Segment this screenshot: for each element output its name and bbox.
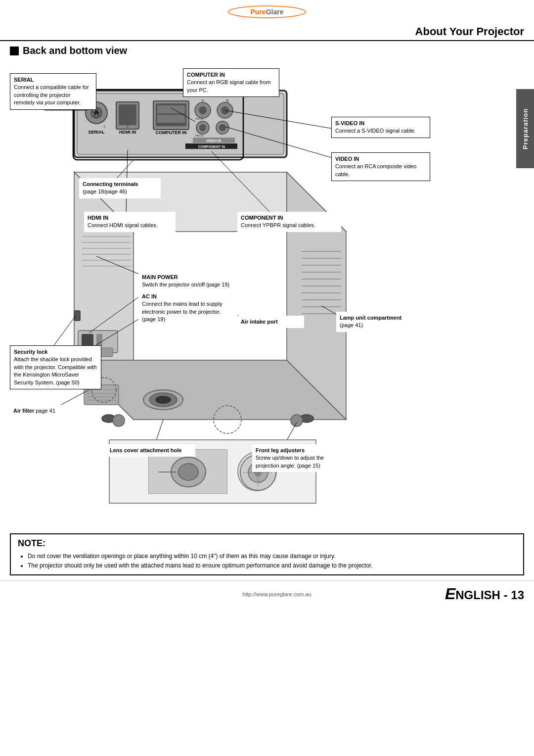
svg-rect-15 bbox=[119, 104, 136, 125]
callout-lens-title: Lens cover attachment hole bbox=[110, 447, 192, 454]
note-section: NOTE: Do not cover the ventilation openi… bbox=[10, 533, 524, 575]
section-title: Back and bottom view bbox=[10, 45, 514, 56]
svg-text:Pb/Cb: Pb/Cb bbox=[195, 117, 204, 120]
callout-air-filter: Air filter page 41 bbox=[10, 405, 74, 417]
callout-mp-title: MAIN POWER bbox=[142, 274, 234, 281]
callout-main-power: MAIN POWER Switch the projector on/off (… bbox=[138, 271, 237, 326]
callout-sec-title: Security lock bbox=[14, 348, 97, 356]
svg-text:2: 2 bbox=[127, 124, 129, 129]
callout-video-body: Connect an RCA composite video cable. bbox=[335, 163, 426, 178]
svg-rect-21 bbox=[157, 115, 185, 123]
svg-text:SERIAL: SERIAL bbox=[88, 130, 105, 135]
callout-ct-title: Connecting terminals bbox=[83, 181, 157, 188]
note-item-2: The projector should only be used with t… bbox=[28, 561, 516, 570]
callout-svideo-title: S-VIDEO IN bbox=[335, 120, 426, 127]
callout-leg-body: Screw up/down to adjust the projection a… bbox=[256, 454, 348, 470]
svg-rect-67 bbox=[82, 334, 93, 346]
callout-svideo-in: S-VIDEO IN Connect a S-VIDEO signal cabl… bbox=[331, 117, 430, 138]
svg-text:HDMI IN: HDMI IN bbox=[119, 130, 136, 135]
svg-point-32 bbox=[219, 124, 226, 131]
callout-component-body: Connect YPBPR signal cables. bbox=[241, 222, 338, 229]
svg-text:Y: Y bbox=[201, 98, 204, 103]
footer-url: http://www.pureglare.com.au bbox=[242, 591, 311, 597]
callout-serial-title: SERIAL bbox=[14, 76, 92, 84]
callout-video-title: VIDEO IN bbox=[335, 155, 426, 163]
note-item-1: Do not cover the ventilation openings or… bbox=[28, 552, 516, 561]
callout-acin-title: AC IN bbox=[142, 293, 234, 300]
svg-text:COMPUTER IN: COMPUTER IN bbox=[156, 130, 187, 135]
main-content: SERIAL 1 HDMI IN 2 COMPUTER IN Y S bbox=[10, 63, 509, 528]
svg-text:1: 1 bbox=[103, 124, 106, 129]
callout-lens-cover: Lens cover attachment hole bbox=[106, 444, 195, 457]
footer: http://www.pureglare.com.au ENGLISH - 13 bbox=[0, 580, 534, 607]
callout-front-leg: Front leg adjusters Screw up/down to adj… bbox=[252, 444, 351, 472]
svg-point-98 bbox=[178, 464, 198, 480]
callout-security-lock: Security lock Attach the shackle lock pr… bbox=[10, 345, 101, 389]
page-title: About Your Projector bbox=[0, 22, 534, 41]
callout-hdmi-in: HDMI IN Connect HDMI signal cables. bbox=[84, 212, 176, 232]
callout-lamp-title: Lamp unit compartment bbox=[340, 314, 427, 322]
callout-svideo-body: Connect a S-VIDEO signal cable. bbox=[335, 127, 426, 135]
callout-serial: SERIAL Connect a compatible cable for co… bbox=[10, 73, 96, 110]
callout-computer-in: COMPUTER IN Connect an RGB signal cable … bbox=[183, 68, 279, 97]
svg-point-63 bbox=[155, 396, 171, 404]
svg-point-78 bbox=[113, 415, 125, 426]
header-logo: PureGlare bbox=[0, 0, 534, 22]
svg-point-8 bbox=[98, 110, 100, 112]
callout-video-in: VIDEO IN Connect an RCA composite video … bbox=[331, 152, 430, 181]
svg-point-10 bbox=[96, 114, 97, 116]
pureglare-logo: PureGlare bbox=[227, 5, 307, 19]
callout-hdmi-body: Connect HDMI signal cables. bbox=[88, 222, 172, 229]
callout-air-intake: Air intake port bbox=[237, 316, 304, 328]
callout-air-intake-title: Air intake port bbox=[241, 319, 278, 325]
section-title-icon bbox=[10, 47, 19, 55]
svg-point-24 bbox=[199, 106, 207, 114]
callout-computer-in-body: Connect an RGB signal cable from your PC… bbox=[187, 79, 275, 94]
svg-point-9 bbox=[92, 113, 94, 115]
svg-point-11 bbox=[99, 113, 101, 115]
diagram-area: SERIAL 1 HDMI IN 2 COMPUTER IN Y S bbox=[10, 63, 509, 528]
svg-text:PureGlare: PureGlare bbox=[251, 8, 284, 16]
callout-lamp-body: (page 41) bbox=[340, 322, 427, 329]
callout-sec-body: Attach the shackle lock provided with th… bbox=[14, 356, 97, 386]
svg-point-79 bbox=[291, 415, 303, 426]
callout-ct-body: (page 18/page 46) bbox=[83, 188, 157, 195]
side-tab-preparation: Preparation bbox=[516, 89, 534, 168]
callout-serial-body: Connect a compatible cable for controlli… bbox=[14, 84, 92, 106]
callout-connecting-terminals: Connecting terminals (page 18/page 46) bbox=[79, 178, 161, 198]
callout-af-title: Air filter bbox=[13, 408, 34, 414]
callout-mp-body: Switch the projector on/off (page 19) bbox=[142, 281, 234, 288]
callout-component-in: COMPONENT IN Connect YPBPR signal cables… bbox=[237, 212, 341, 232]
svg-text:COMPONENT IN: COMPONENT IN bbox=[198, 145, 225, 148]
svg-rect-20 bbox=[157, 105, 185, 113]
svg-text:Pb/Cb: Pb/Cb bbox=[195, 134, 204, 137]
callout-acin-body: Connect the mains lead to supply electro… bbox=[142, 300, 234, 323]
callout-component-title: COMPONENT IN bbox=[241, 214, 338, 222]
callout-leg-title: Front leg adjusters bbox=[256, 447, 348, 454]
svg-point-7 bbox=[93, 110, 95, 112]
svg-text:S: S bbox=[226, 98, 228, 103]
svg-text:VIDEO IN: VIDEO IN bbox=[206, 139, 222, 142]
footer-page-label: ENGLISH - 13 bbox=[445, 585, 524, 603]
callout-lamp-unit: Lamp unit compartment (page 41) bbox=[336, 312, 430, 332]
note-title: NOTE: bbox=[18, 538, 516, 549]
callout-hdmi-title: HDMI IN bbox=[88, 214, 172, 222]
callout-af-body: page 41 bbox=[36, 408, 55, 414]
callout-computer-in-title: COMPUTER IN bbox=[187, 71, 275, 79]
svg-point-30 bbox=[199, 124, 206, 131]
note-list: Do not cover the ventilation openings or… bbox=[28, 552, 516, 570]
svg-rect-70 bbox=[74, 311, 80, 321]
